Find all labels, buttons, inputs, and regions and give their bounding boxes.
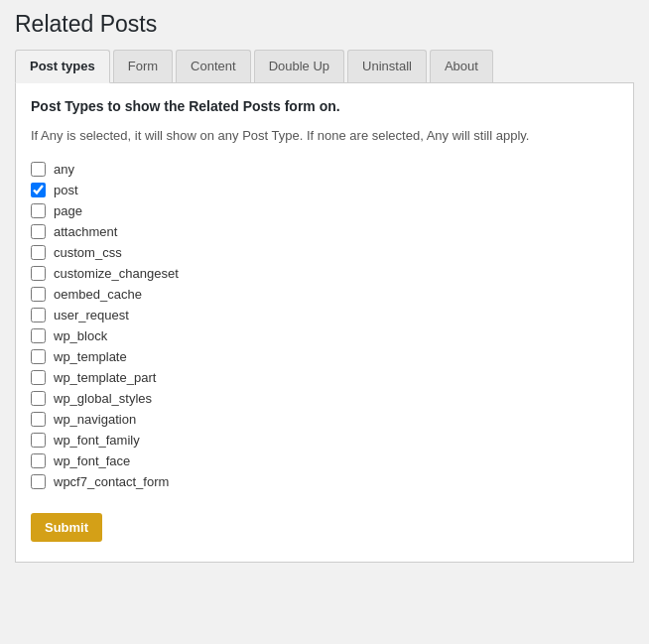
checkbox-label-wp_font_face[interactable]: wp_font_face	[54, 453, 130, 468]
tab-form[interactable]: Form	[113, 50, 173, 82]
submit-button[interactable]: Submit	[31, 513, 102, 542]
checkbox-label-wpcf7_contact_form[interactable]: wpcf7_contact_form	[54, 474, 169, 489]
tab-content[interactable]: Content	[176, 50, 251, 82]
checkbox-label-post[interactable]: post	[54, 183, 78, 197]
checkbox-post[interactable]	[31, 183, 46, 197]
checkbox-label-customize_changeset[interactable]: customize_changeset	[54, 266, 179, 281]
list-item: custom_css	[31, 245, 613, 260]
list-item: wp_font_face	[31, 453, 613, 468]
checkbox-label-custom_css[interactable]: custom_css	[54, 245, 122, 260]
list-item: wp_template_part	[31, 370, 613, 385]
list-item: wp_navigation	[31, 412, 613, 427]
list-item: oembed_cache	[31, 287, 613, 302]
tabs-nav: Post types Form Content Double Up Uninst…	[15, 50, 634, 83]
list-item: post	[31, 183, 613, 197]
page-wrapper: Related Posts Post types Form Content Do…	[0, 0, 649, 582]
checkbox-wpcf7_contact_form[interactable]	[31, 474, 46, 489]
checkbox-label-wp_global_styles[interactable]: wp_global_styles	[54, 391, 152, 406]
list-item: wpcf7_contact_form	[31, 474, 613, 489]
checkbox-custom_css[interactable]	[31, 245, 46, 260]
checkbox-label-user_request[interactable]: user_request	[54, 308, 129, 322]
tab-about[interactable]: About	[430, 50, 493, 82]
page-title: Related Posts	[15, 10, 634, 40]
checkbox-user_request[interactable]	[31, 308, 46, 322]
checkbox-wp_navigation[interactable]	[31, 412, 46, 427]
checkbox-wp_template_part[interactable]	[31, 370, 46, 385]
checkbox-page[interactable]	[31, 203, 46, 218]
checkbox-any[interactable]	[31, 162, 46, 177]
list-item: wp_template	[31, 349, 613, 364]
checkbox-label-wp_template[interactable]: wp_template	[54, 349, 127, 364]
list-item: attachment	[31, 224, 613, 239]
checkbox-label-wp_font_family[interactable]: wp_font_family	[54, 433, 140, 448]
info-text: If Any is selected, it will show on any …	[31, 126, 613, 146]
tab-uninstall[interactable]: Uninstall	[347, 50, 427, 82]
tab-post-types[interactable]: Post types	[15, 50, 110, 83]
list-item: wp_font_family	[31, 433, 613, 448]
checkbox-wp_block[interactable]	[31, 328, 46, 343]
section-heading: Post Types to show the Related Posts for…	[31, 98, 613, 114]
checkbox-wp_global_styles[interactable]	[31, 391, 46, 406]
tab-content-panel: Post Types to show the Related Posts for…	[15, 83, 634, 563]
list-item: any	[31, 162, 613, 177]
checkbox-wp_font_family[interactable]	[31, 433, 46, 448]
checkbox-oembed_cache[interactable]	[31, 287, 46, 302]
tab-double-up[interactable]: Double Up	[254, 50, 344, 82]
checkbox-label-page[interactable]: page	[54, 203, 82, 218]
checkbox-label-any[interactable]: any	[54, 162, 74, 177]
checkbox-wp_template[interactable]	[31, 349, 46, 364]
checkbox-wp_font_face[interactable]	[31, 453, 46, 468]
checkbox-attachment[interactable]	[31, 224, 46, 239]
list-item: wp_block	[31, 328, 613, 343]
list-item: user_request	[31, 308, 613, 322]
checkbox-label-oembed_cache[interactable]: oembed_cache	[54, 287, 142, 302]
checkbox-list: anypostpageattachmentcustom_csscustomize…	[31, 162, 613, 489]
checkbox-label-attachment[interactable]: attachment	[54, 224, 117, 239]
list-item: page	[31, 203, 613, 218]
list-item: customize_changeset	[31, 266, 613, 281]
checkbox-label-wp_navigation[interactable]: wp_navigation	[54, 412, 136, 427]
list-item: wp_global_styles	[31, 391, 613, 406]
checkbox-customize_changeset[interactable]	[31, 266, 46, 281]
checkbox-label-wp_template_part[interactable]: wp_template_part	[54, 370, 156, 385]
checkbox-label-wp_block[interactable]: wp_block	[54, 328, 107, 343]
